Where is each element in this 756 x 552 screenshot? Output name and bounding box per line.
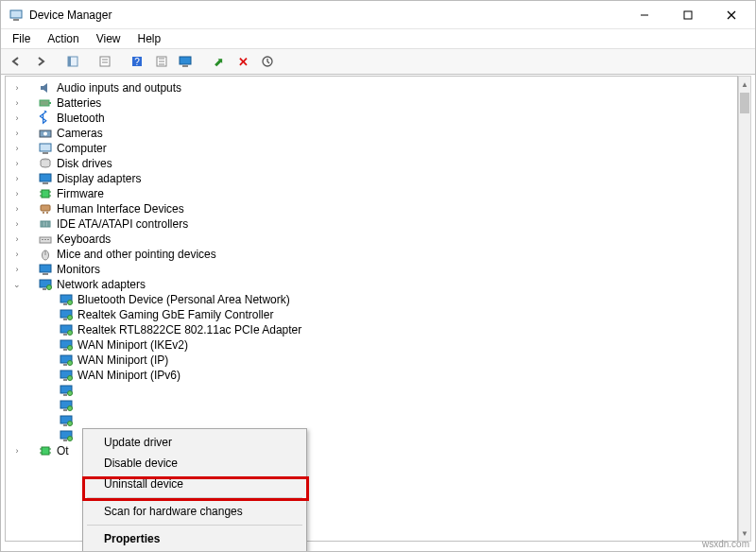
svg-point-74	[68, 406, 73, 411]
tree-category[interactable]: ›Batteries	[6, 95, 737, 111]
tree-category[interactable]: ›Audio inputs and outputs	[6, 80, 737, 95]
svg-rect-60	[63, 334, 67, 336]
tree-category[interactable]: ›IDE ATA/ATAPI controllers	[6, 216, 737, 232]
ctx-properties[interactable]: Properties	[85, 528, 304, 549]
svg-rect-51	[43, 288, 46, 290]
svg-rect-29	[42, 190, 49, 198]
close-button[interactable]	[710, 1, 753, 29]
tree-category-label: Ot	[57, 443, 69, 458]
svg-rect-3	[684, 11, 692, 19]
camera-icon	[38, 126, 53, 141]
help-button[interactable]: ?	[126, 51, 148, 72]
disk-icon	[38, 156, 53, 171]
menu-view[interactable]: View	[89, 30, 129, 47]
expand-icon[interactable]: ›	[11, 126, 23, 141]
expand-icon[interactable]: ›	[11, 262, 23, 277]
collapse-icon[interactable]: ⌄	[11, 277, 23, 292]
scroll-up-icon[interactable]: ▲	[739, 77, 750, 92]
vertical-scrollbar[interactable]: ▲ ▼	[738, 76, 751, 542]
show-hide-tree-button[interactable]	[61, 51, 84, 72]
network-adapter-icon	[59, 383, 74, 398]
svg-rect-21	[49, 102, 51, 104]
svg-point-59	[68, 331, 73, 336]
expand-icon[interactable]: ›	[11, 443, 23, 458]
expand-icon[interactable]: ›	[11, 80, 23, 95]
tree-category[interactable]: ›Human Interface Devices	[6, 201, 737, 216]
expand-icon[interactable]: ›	[11, 216, 23, 232]
tree-category-label: Computer	[57, 141, 107, 156]
expand-icon[interactable]: ›	[11, 232, 23, 247]
ctx-scan-hardware[interactable]: Scan for hardware changes	[85, 501, 304, 522]
tree-device[interactable]: Realtek RTL8822CE 802.11ac PCIe Adapter	[6, 322, 737, 337]
tree-device[interactable]: Bluetooth Device (Personal Area Network)	[6, 292, 737, 307]
back-button[interactable]	[5, 51, 27, 72]
tree-device[interactable]	[6, 383, 737, 398]
watermark: wsxdn.com	[702, 539, 749, 549]
tree-category[interactable]: ›Monitors	[6, 262, 737, 277]
tree-category[interactable]: ›Display adapters	[6, 171, 737, 186]
svg-rect-72	[63, 394, 67, 396]
tree-category[interactable]: ›Cameras	[6, 126, 737, 141]
tree-device[interactable]: WAN Miniport (IP)	[6, 353, 737, 368]
tree-category[interactable]: ›Disk drives	[6, 156, 737, 171]
tree-category-label: Cameras	[57, 126, 103, 141]
svg-point-65	[68, 361, 73, 366]
tree-device[interactable]	[6, 398, 737, 413]
tree-category-label: Audio inputs and outputs	[57, 80, 181, 95]
menu-action[interactable]: Action	[40, 30, 86, 47]
forward-button[interactable]	[29, 51, 52, 72]
svg-rect-54	[63, 303, 67, 305]
network-adapter-icon	[59, 368, 74, 383]
menu-help[interactable]: Help	[130, 30, 169, 47]
monitor-icon-button[interactable]	[175, 51, 198, 72]
network-adapter-icon	[59, 307, 74, 322]
enable-button[interactable]	[256, 51, 279, 72]
tree-device[interactable]: Realtek Gaming GbE Family Controller	[6, 307, 737, 322]
tree-category[interactable]: ›Bluetooth	[6, 111, 737, 126]
tree-device[interactable]	[6, 413, 737, 428]
expand-icon[interactable]: ›	[11, 156, 23, 171]
svg-point-36	[46, 212, 48, 214]
maximize-button[interactable]	[666, 1, 710, 29]
tree-category-label: Firmware	[57, 186, 104, 201]
expand-icon[interactable]: ›	[11, 247, 23, 262]
tree-category[interactable]: ›Computer	[6, 141, 737, 156]
network-adapter-icon	[59, 428, 74, 443]
menu-file[interactable]: File	[5, 30, 38, 47]
ctx-uninstall-device[interactable]: Uninstall device	[85, 474, 304, 494]
scroll-thumb[interactable]	[740, 93, 749, 113]
svg-rect-43	[44, 239, 46, 240]
expand-icon[interactable]: ›	[11, 171, 23, 186]
tree-category-label: IDE ATA/ATAPI controllers	[57, 216, 188, 232]
chip-icon	[38, 186, 53, 201]
uninstall-button[interactable]: ✕	[232, 51, 254, 72]
expand-icon[interactable]: ›	[11, 186, 23, 201]
tree-device[interactable]: WAN Miniport (IPv6)	[6, 368, 737, 383]
expand-icon[interactable]: ›	[11, 141, 23, 156]
minimize-button[interactable]	[623, 1, 666, 29]
tree-category[interactable]: ›Mice and other pointing devices	[6, 247, 737, 262]
tree-device-label: WAN Miniport (IP)	[77, 353, 168, 368]
scan-hardware-button[interactable]: ⬈	[207, 51, 230, 72]
properties-button[interactable]	[94, 51, 116, 72]
svg-rect-0	[10, 10, 22, 18]
speaker-icon	[38, 80, 53, 95]
tree-category[interactable]: ›Keyboards	[6, 232, 737, 247]
tree-category-label: Bluetooth	[57, 111, 105, 126]
tree-device-label: Realtek RTL8822CE 802.11ac PCIe Adapter	[77, 322, 301, 337]
expand-icon[interactable]: ›	[11, 95, 23, 111]
svg-rect-57	[63, 319, 67, 320]
expand-icon[interactable]: ›	[11, 201, 23, 216]
tree-device[interactable]: WAN Miniport (IKEv2)	[6, 337, 737, 353]
ctx-disable-device[interactable]: Disable device	[85, 453, 304, 474]
app-icon	[9, 8, 24, 23]
expand-icon[interactable]: ›	[11, 111, 23, 126]
svg-rect-20	[40, 100, 49, 106]
tree-category[interactable]: ⌄Network adapters	[6, 277, 737, 292]
list-button[interactable]	[150, 51, 173, 72]
svg-rect-75	[63, 409, 67, 411]
network-adapter-icon	[59, 337, 74, 353]
ctx-update-driver[interactable]: Update driver	[85, 432, 304, 453]
tree-category[interactable]: ›Firmware	[6, 186, 737, 201]
svg-rect-24	[40, 144, 51, 151]
